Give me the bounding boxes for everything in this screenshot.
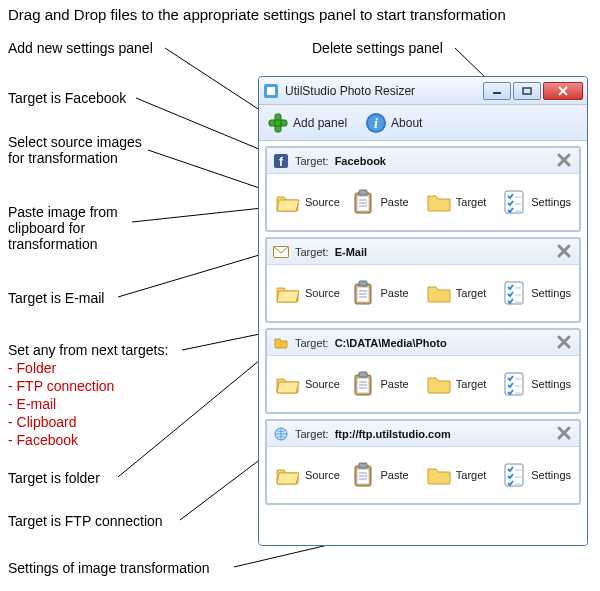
- app-icon: [263, 83, 279, 99]
- app-window: UtilStudio Photo Resizer Add panel i Ab: [258, 76, 588, 546]
- svg-rect-37: [359, 281, 367, 286]
- annotation-delete-panel: Delete settings panel: [312, 40, 443, 57]
- panels-container: f Target: Facebook Source Paste: [259, 141, 587, 545]
- target-button[interactable]: Target: [426, 371, 493, 397]
- folder-icon: [426, 462, 452, 488]
- x-icon: [557, 335, 571, 349]
- annotation-set-targets-head: Set any from next targets:: [8, 342, 168, 359]
- folder-icon: [426, 280, 452, 306]
- settings-button[interactable]: Settings: [501, 189, 571, 215]
- plus-icon: [267, 112, 289, 134]
- maximize-button[interactable]: [513, 82, 541, 100]
- annotation-set-target-clipboard: - Clipboard: [8, 414, 76, 431]
- delete-panel-button[interactable]: [557, 426, 573, 442]
- settings-panel: Target: C:\DATA\Media\Photo Source Paste: [265, 328, 581, 414]
- add-panel-label: Add panel: [293, 116, 347, 130]
- folder-open-icon: [275, 371, 301, 397]
- source-button[interactable]: Source: [275, 371, 342, 397]
- panel-header: Target: ftp://ftp.utilstudio.com: [267, 421, 579, 447]
- annotation-set-target-email: - E-mail: [8, 396, 56, 413]
- target-button[interactable]: Target: [426, 280, 493, 306]
- settings-panel: Target: E-Mail Source Paste Target: [265, 237, 581, 323]
- panel-target-value: ftp://ftp.utilstudio.com: [335, 428, 551, 440]
- panel-header: f Target: Facebook: [267, 148, 579, 174]
- annotation-paste-l2: clipboard for: [8, 220, 85, 237]
- delete-panel-button[interactable]: [557, 335, 573, 351]
- minimize-button[interactable]: [483, 82, 511, 100]
- clipboard-icon: [350, 371, 376, 397]
- settings-checklist-icon: [501, 462, 527, 488]
- paste-button[interactable]: Paste: [350, 280, 417, 306]
- x-icon: [557, 153, 571, 167]
- annotation-select-src-l1: Select source images: [8, 134, 142, 151]
- settings-button[interactable]: Settings: [501, 462, 571, 488]
- source-button[interactable]: Source: [275, 462, 342, 488]
- svg-rect-16: [269, 120, 287, 126]
- ftp-globe-icon: [273, 426, 289, 442]
- about-button[interactable]: i About: [365, 112, 422, 134]
- svg-line-7: [118, 355, 266, 477]
- target-label: Target: [456, 469, 487, 481]
- svg-rect-47: [359, 372, 367, 377]
- annotation-paste-l3: transformation: [8, 236, 97, 253]
- svg-rect-12: [267, 87, 275, 95]
- settings-checklist-icon: [501, 280, 527, 306]
- panel-target-value: E-Mail: [335, 246, 551, 258]
- clipboard-icon: [350, 189, 376, 215]
- annotation-target-ftp: Target is FTP connection: [8, 513, 163, 530]
- svg-rect-13: [493, 92, 501, 94]
- annotation-settings: Settings of image transformation: [8, 560, 210, 577]
- facebook-icon: f: [273, 153, 289, 169]
- info-icon: i: [365, 112, 387, 134]
- svg-rect-51: [505, 373, 523, 395]
- panel-target-label: Target:: [295, 246, 329, 258]
- close-window-button[interactable]: [543, 82, 583, 100]
- annotation-select-src-l2: for transformation: [8, 150, 118, 167]
- paste-button[interactable]: Paste: [350, 371, 417, 397]
- svg-line-2: [136, 98, 266, 152]
- settings-label-text: Settings: [531, 469, 571, 481]
- paste-button[interactable]: Paste: [350, 462, 417, 488]
- target-label: Target: [456, 196, 487, 208]
- annotation-set-target-facebook: - Facebook: [8, 432, 78, 449]
- svg-rect-26: [359, 190, 367, 195]
- paste-label: Paste: [380, 469, 408, 481]
- svg-line-8: [180, 455, 266, 520]
- panel-header: Target: C:\DATA\Media\Photo: [267, 330, 579, 356]
- toolbar: Add panel i About: [259, 105, 587, 141]
- source-label: Source: [305, 196, 340, 208]
- panel-target-label: Target:: [295, 155, 329, 167]
- paste-button[interactable]: Paste: [350, 189, 417, 215]
- clipboard-icon: [350, 280, 376, 306]
- settings-label-text: Settings: [531, 378, 571, 390]
- panel-header: Target: E-Mail: [267, 239, 579, 265]
- panel-body: Source Paste Target Settings: [267, 265, 579, 321]
- delete-panel-button[interactable]: [557, 153, 573, 169]
- settings-panel: f Target: Facebook Source Paste: [265, 146, 581, 232]
- settings-panel: Target: ftp://ftp.utilstudio.com Source …: [265, 419, 581, 505]
- folder-open-icon: [275, 280, 301, 306]
- source-button[interactable]: Source: [275, 189, 342, 215]
- annotation-top: Drag and Drop files to the appropriate s…: [8, 6, 506, 24]
- settings-button[interactable]: Settings: [501, 280, 571, 306]
- settings-button[interactable]: Settings: [501, 371, 571, 397]
- annotation-paste-l1: Paste image from: [8, 204, 118, 221]
- target-button[interactable]: Target: [426, 189, 493, 215]
- x-icon: [557, 426, 571, 440]
- clipboard-icon: [350, 462, 376, 488]
- add-panel-button[interactable]: Add panel: [267, 112, 347, 134]
- target-button[interactable]: Target: [426, 462, 493, 488]
- folder-icon: [426, 371, 452, 397]
- source-label: Source: [305, 469, 340, 481]
- folder-open-icon: [275, 462, 301, 488]
- panel-target-value: C:\DATA\Media\Photo: [335, 337, 551, 349]
- svg-rect-30: [505, 191, 523, 213]
- source-button[interactable]: Source: [275, 280, 342, 306]
- svg-rect-14: [523, 88, 531, 94]
- folder-open-icon: [275, 189, 301, 215]
- delete-panel-button[interactable]: [557, 244, 573, 260]
- panel-target-value: Facebook: [335, 155, 551, 167]
- titlebar[interactable]: UtilStudio Photo Resizer: [259, 77, 587, 105]
- paste-label: Paste: [380, 287, 408, 299]
- annotation-add-panel: Add new settings panel: [8, 40, 153, 57]
